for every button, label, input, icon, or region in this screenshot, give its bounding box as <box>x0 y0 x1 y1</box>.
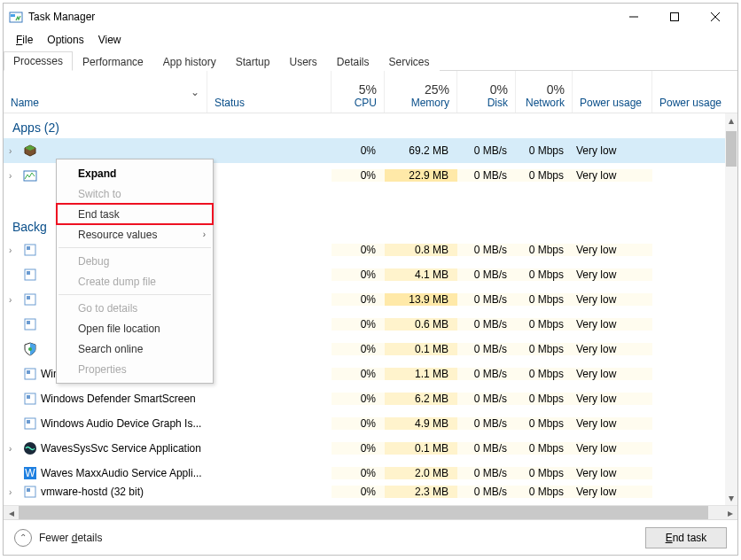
memory-value: 6.2 MB <box>385 393 457 405</box>
process-icon <box>23 292 37 307</box>
ctx-resource-values[interactable]: Resource values› <box>57 224 213 245</box>
status-bar: ⌃ Fewer details End task <box>4 519 737 555</box>
horizontal-scrollbar[interactable]: ◂ ▸ <box>4 505 737 519</box>
scroll-up-icon[interactable]: ▴ <box>725 113 737 128</box>
menu-options[interactable]: Options <box>40 30 90 50</box>
process-name: vmware-hostd (32 bit) <box>41 486 144 498</box>
end-task-button[interactable]: End task <box>645 527 727 548</box>
power-value: Very low <box>573 318 652 331</box>
power-value: Very low <box>573 293 652 306</box>
cpu-value: 0% <box>332 393 385 405</box>
svg-rect-16 <box>27 321 30 324</box>
column-headers: Name ⌄ Status 5%CPU 25%Memory 0%Disk 0%N… <box>4 71 737 113</box>
menubar: File Options View <box>4 30 737 50</box>
minimize-button[interactable] <box>613 4 654 30</box>
svg-rect-3 <box>671 13 679 21</box>
expand-arrow-icon[interactable]: › <box>9 295 20 305</box>
disk-value: 0 MB/s <box>457 442 516 455</box>
cpu-value: 0% <box>332 268 385 281</box>
tab-services[interactable]: Services <box>379 52 440 71</box>
table-row[interactable]: Windows Defender SmartScreen0%6.2 MB0 MB… <box>4 386 737 411</box>
col-memory[interactable]: 25%Memory <box>385 71 457 113</box>
memory-value: 69.2 MB <box>385 144 457 157</box>
process-name: Windows Audio Device Graph Is... <box>41 417 201 430</box>
process-icon <box>23 441 37 455</box>
table-row[interactable]: Windows Audio Device Graph Is...0%4.9 MB… <box>4 411 737 436</box>
memory-value: 0.1 MB <box>385 442 457 455</box>
power-value: Very low <box>573 417 652 430</box>
cpu-value: 0% <box>332 417 385 430</box>
svg-point-17 <box>28 347 32 351</box>
network-value: 0 Mbps <box>516 486 573 498</box>
scroll-right-icon[interactable]: ▸ <box>722 506 737 519</box>
task-manager-icon <box>9 10 23 24</box>
expand-arrow-icon[interactable]: › <box>9 245 20 255</box>
expand-arrow-icon[interactable]: › <box>9 487 20 497</box>
tab-startup[interactable]: Startup <box>226 52 280 71</box>
svg-rect-14 <box>27 296 30 299</box>
scroll-thumb[interactable] <box>726 131 737 167</box>
svg-rect-1 <box>11 14 15 17</box>
menu-view[interactable]: View <box>91 30 129 50</box>
disk-value: 0 MB/s <box>457 343 516 355</box>
disk-value: 0 MB/s <box>457 144 516 157</box>
disk-value: 0 MB/s <box>457 293 516 306</box>
ctx-switch-to: Switch to <box>57 183 213 204</box>
ctx-debug: Debug <box>57 251 213 271</box>
ctx-expand[interactable]: Expand <box>57 163 213 183</box>
memory-value: 13.9 MB <box>385 293 457 306</box>
power-value: Very low <box>573 244 652 256</box>
network-value: 0 Mbps <box>516 268 573 281</box>
col-name[interactable]: Name ⌄ <box>4 71 207 113</box>
memory-value: 4.9 MB <box>385 417 457 430</box>
cpu-value: 0% <box>332 318 385 331</box>
menu-file[interactable]: File <box>9 30 40 50</box>
disk-value: 0 MB/s <box>457 268 516 281</box>
table-row[interactable]: ›vmware-hostd (32 bit)0%2.3 MB0 MB/s0 Mb… <box>4 486 737 498</box>
expand-arrow-icon[interactable]: › <box>9 146 20 156</box>
close-button[interactable] <box>695 4 736 30</box>
network-value: 0 Mbps <box>516 318 573 331</box>
expand-arrow-icon[interactable]: › <box>9 444 20 454</box>
tab-app-history[interactable]: App history <box>153 52 226 71</box>
tab-details[interactable]: Details <box>327 52 379 71</box>
vertical-scrollbar[interactable]: ▴ ▾ <box>725 113 737 505</box>
tab-users[interactable]: Users <box>279 52 326 71</box>
scroll-down-icon[interactable]: ▾ <box>725 491 737 505</box>
network-value: 0 Mbps <box>516 393 573 405</box>
process-icon <box>23 416 37 431</box>
table-row[interactable]: ›WavesSysSvc Service Application0%0.1 MB… <box>4 436 737 461</box>
tab-performance[interactable]: Performance <box>73 52 153 71</box>
memory-value: 22.9 MB <box>385 169 457 182</box>
power-value: Very low <box>573 144 652 157</box>
maximize-button[interactable] <box>654 4 695 30</box>
svg-rect-19 <box>27 370 30 374</box>
tab-strip: Processes Performance App history Startu… <box>4 50 737 71</box>
table-row[interactable]: WWaves MaxxAudio Service Appli...0%2.0 M… <box>4 461 737 486</box>
process-icon <box>23 367 37 381</box>
ctx-properties: Properties <box>57 359 213 379</box>
ctx-search-online[interactable]: Search online <box>57 338 213 359</box>
ctx-end-task[interactable]: End task <box>57 204 213 224</box>
cpu-value: 0% <box>332 368 385 380</box>
collapse-icon: ⌃ <box>14 529 32 547</box>
cpu-value: 0% <box>332 144 385 157</box>
process-icon <box>23 342 37 356</box>
hscroll-thumb[interactable] <box>19 506 708 519</box>
scroll-left-icon[interactable]: ◂ <box>4 506 19 519</box>
ctx-go-to-details: Go to details <box>57 298 213 318</box>
col-cpu[interactable]: 5%CPU <box>332 71 385 113</box>
fewer-details-button[interactable]: ⌃ Fewer details <box>14 529 102 547</box>
col-network[interactable]: 0%Network <box>516 71 573 113</box>
col-disk[interactable]: 0%Disk <box>457 71 516 113</box>
memory-value: 4.1 MB <box>385 268 457 281</box>
col-power-usage[interactable]: Power usage <box>573 71 652 113</box>
tab-processes[interactable]: Processes <box>4 51 73 71</box>
disk-value: 0 MB/s <box>457 169 516 182</box>
col-power-usage-2[interactable]: Power usage <box>652 71 732 113</box>
col-status[interactable]: Status <box>207 71 332 113</box>
network-value: 0 Mbps <box>516 169 573 182</box>
ctx-open-file-location[interactable]: Open file location <box>57 318 213 338</box>
chevron-down-icon: ⌄ <box>191 86 199 98</box>
expand-arrow-icon[interactable]: › <box>9 171 20 181</box>
